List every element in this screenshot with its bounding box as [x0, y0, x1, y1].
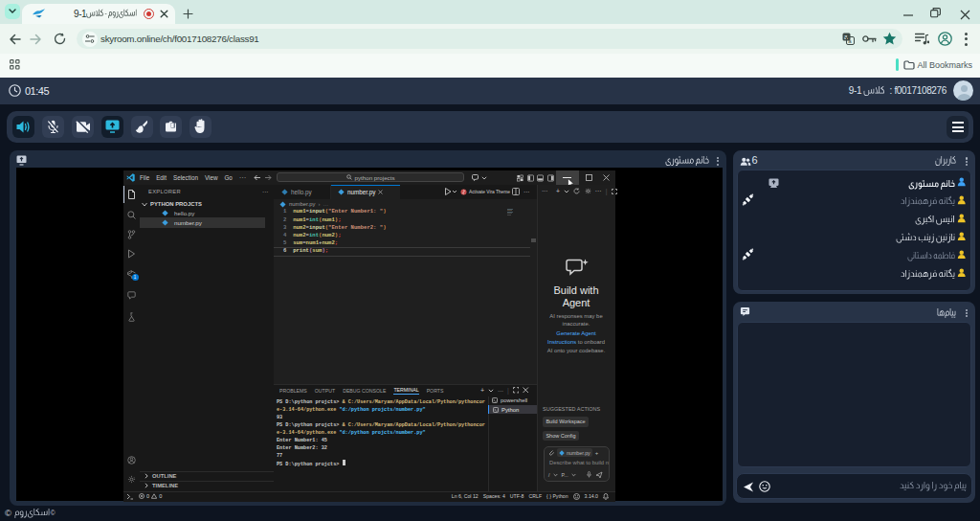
svg-text:a: a — [848, 38, 852, 44]
